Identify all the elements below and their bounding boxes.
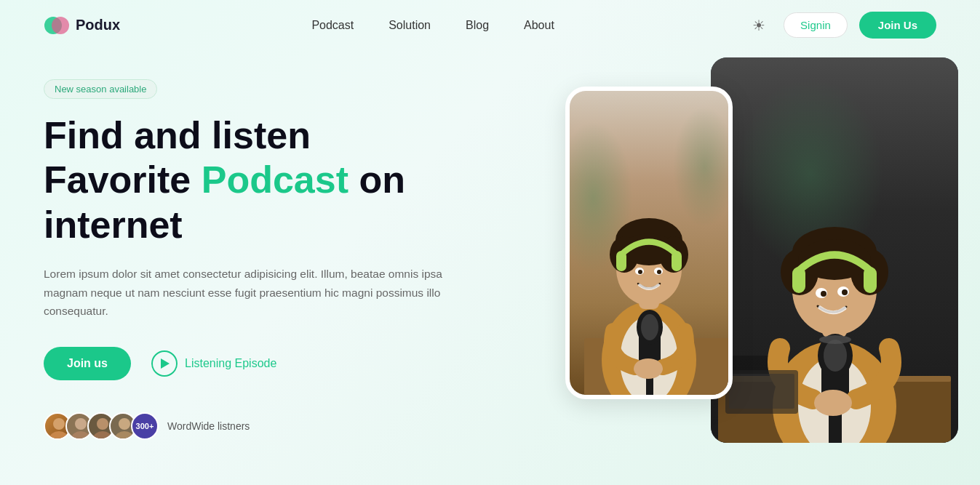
logo[interactable]: Podux xyxy=(44,12,120,39)
svg-point-5 xyxy=(71,431,90,440)
nav-links: Podcast Solution Blog About xyxy=(311,19,554,32)
svg-point-43 xyxy=(842,289,848,295)
svg-point-27 xyxy=(641,314,658,340)
nav-item-blog[interactable]: Blog xyxy=(466,19,489,32)
hero-section: New season available Find and listen Fav… xyxy=(0,50,980,472)
svg-point-22 xyxy=(657,270,661,274)
phone-card xyxy=(565,87,733,399)
avatar-count: 300+ xyxy=(131,412,159,440)
hero-content: New season available Find and listen Fav… xyxy=(44,65,480,440)
hero-images xyxy=(565,57,958,443)
svg-point-6 xyxy=(97,418,108,430)
theme-toggle-button[interactable]: ☀ xyxy=(746,12,772,39)
svg-point-8 xyxy=(119,418,130,430)
person-phone-svg xyxy=(570,91,728,395)
phone-person-container xyxy=(570,91,728,395)
listen-episode-button[interactable]: Listening Episode xyxy=(151,350,276,377)
svg-point-2 xyxy=(53,418,65,430)
svg-point-48 xyxy=(824,340,847,372)
hero-actions: Join us Listening Episode xyxy=(44,347,480,380)
nav-item-solution[interactable]: Solution xyxy=(389,19,431,32)
join-us-hero-button[interactable]: Join us xyxy=(44,347,131,380)
hero-title: Find and listen Favorite Podcast on inte… xyxy=(44,113,480,247)
svg-point-29 xyxy=(634,358,663,379)
listeners-section: 300+ WordWide listners xyxy=(44,412,480,440)
logo-icon xyxy=(44,12,70,39)
hero-description: Lorem ipsum dolor sit amet consectetur a… xyxy=(44,265,451,321)
svg-point-49 xyxy=(819,335,851,344)
navbar: Podux Podcast Solution Blog About ☀ Sign… xyxy=(0,0,980,50)
svg-point-9 xyxy=(115,431,134,440)
svg-point-3 xyxy=(49,431,68,440)
play-circle-icon xyxy=(151,350,178,377)
nav-right: ☀ Signin Join Us xyxy=(746,12,936,39)
svg-point-51 xyxy=(814,390,852,416)
person-bg-svg xyxy=(711,57,958,443)
svg-point-21 xyxy=(638,270,642,274)
listeners-label: WordWide listners xyxy=(167,420,250,432)
play-triangle-icon xyxy=(161,358,170,369)
svg-rect-53 xyxy=(729,374,794,409)
svg-point-7 xyxy=(93,431,112,440)
signin-button[interactable]: Signin xyxy=(784,12,848,38)
joinus-button[interactable]: Join Us xyxy=(859,12,936,39)
nav-item-about[interactable]: About xyxy=(524,19,554,32)
svg-point-1 xyxy=(52,17,69,34)
bg-card xyxy=(711,57,958,443)
sun-icon: ☀ xyxy=(752,17,765,34)
svg-point-42 xyxy=(821,291,826,297)
svg-point-4 xyxy=(75,418,87,430)
season-badge: New season available xyxy=(44,79,157,99)
logo-text: Podux xyxy=(76,17,120,33)
nav-item-podcast[interactable]: Podcast xyxy=(311,19,354,32)
avatar-stack: 300+ xyxy=(44,412,159,440)
